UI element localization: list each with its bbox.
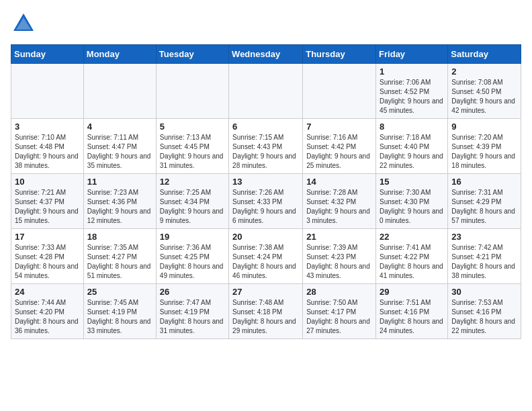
calendar-cell: 8Sunrise: 7:18 AMSunset: 4:40 PMDaylight… <box>376 119 448 174</box>
day-info-line: Sunrise: 7:47 AM <box>160 299 211 306</box>
day-number: 6 <box>232 122 299 132</box>
day-info-line: Sunset: 4:47 PM <box>87 143 137 150</box>
day-info-line: Sunrise: 7:42 AM <box>451 244 502 251</box>
calendar-cell <box>156 64 228 119</box>
calendar-cell: 3Sunrise: 7:10 AMSunset: 4:48 PMDaylight… <box>11 119 84 174</box>
day-info-line: Sunset: 4:17 PM <box>306 308 356 316</box>
day-info-line: Sunset: 4:18 PM <box>232 308 282 316</box>
day-info-line: Sunset: 4:36 PM <box>87 198 137 205</box>
logo-icon <box>11 11 36 36</box>
day-info: Sunrise: 7:42 AMSunset: 4:21 PMDaylight:… <box>451 243 517 281</box>
day-info-line: Daylight: 9 hours and 28 minutes. <box>232 152 296 169</box>
day-info-line: Sunset: 4:42 PM <box>306 143 356 150</box>
day-number: 8 <box>380 122 444 132</box>
day-info-line: Daylight: 9 hours and 22 minutes. <box>380 152 443 169</box>
day-info-line: Sunset: 4:52 PM <box>380 88 429 95</box>
day-info: Sunrise: 7:20 AMSunset: 4:39 PMDaylight:… <box>451 133 517 171</box>
day-info-line: Sunset: 4:48 PM <box>15 143 64 150</box>
calendar-cell: 27Sunrise: 7:48 AMSunset: 4:18 PMDayligh… <box>229 284 303 339</box>
calendar-cell: 22Sunrise: 7:41 AMSunset: 4:22 PMDayligh… <box>376 229 448 284</box>
day-info-line: Sunset: 4:24 PM <box>232 253 282 261</box>
day-number: 22 <box>380 232 444 242</box>
day-info: Sunrise: 7:21 AMSunset: 4:37 PMDaylight:… <box>15 188 80 226</box>
day-info: Sunrise: 7:44 AMSunset: 4:20 PMDaylight:… <box>15 298 80 336</box>
day-info: Sunrise: 7:31 AMSunset: 4:29 PMDaylight:… <box>451 188 517 226</box>
day-info-line: Daylight: 9 hours and 42 minutes. <box>451 97 515 114</box>
calendar-cell: 13Sunrise: 7:26 AMSunset: 4:33 PMDayligh… <box>229 174 303 229</box>
day-info-line: Sunset: 4:20 PM <box>15 308 64 316</box>
calendar-cell: 6Sunrise: 7:15 AMSunset: 4:43 PMDaylight… <box>229 119 303 174</box>
day-info-line: Daylight: 8 hours and 57 minutes. <box>451 208 515 224</box>
day-info: Sunrise: 7:26 AMSunset: 4:33 PMDaylight:… <box>232 188 299 226</box>
calendar-cell: 4Sunrise: 7:11 AMSunset: 4:47 PMDaylight… <box>83 119 156 174</box>
calendar-cell: 14Sunrise: 7:28 AMSunset: 4:32 PMDayligh… <box>303 174 376 229</box>
calendar-cell: 12Sunrise: 7:25 AMSunset: 4:34 PMDayligh… <box>156 174 228 229</box>
day-info-line: Daylight: 8 hours and 51 minutes. <box>87 263 151 279</box>
day-info-line: Daylight: 9 hours and 31 minutes. <box>160 152 224 169</box>
weekday-header-monday: Monday <box>83 45 156 64</box>
weekday-header-thursday: Thursday <box>303 45 376 64</box>
calendar-week-1: 1Sunrise: 7:06 AMSunset: 4:52 PMDaylight… <box>11 64 521 119</box>
day-info-line: Sunset: 4:45 PM <box>160 143 210 150</box>
day-number: 26 <box>160 287 225 297</box>
calendar-cell: 15Sunrise: 7:30 AMSunset: 4:30 PMDayligh… <box>376 174 448 229</box>
day-info-line: Daylight: 8 hours and 46 minutes. <box>232 263 296 279</box>
day-info-line: Daylight: 9 hours and 35 minutes. <box>87 152 151 169</box>
day-info-line: Daylight: 8 hours and 43 minutes. <box>306 263 370 279</box>
day-info-line: Sunrise: 7:51 AM <box>380 299 431 306</box>
day-info: Sunrise: 7:30 AMSunset: 4:30 PMDaylight:… <box>380 188 444 226</box>
day-info: Sunrise: 7:39 AMSunset: 4:23 PMDaylight:… <box>306 243 372 281</box>
weekday-header-tuesday: Tuesday <box>156 45 228 64</box>
day-number: 17 <box>15 232 80 242</box>
day-info-line: Daylight: 8 hours and 22 minutes. <box>451 318 515 334</box>
day-info-line: Sunrise: 7:45 AM <box>87 299 138 306</box>
calendar-cell: 23Sunrise: 7:42 AMSunset: 4:21 PMDayligh… <box>448 229 521 284</box>
day-info: Sunrise: 7:13 AMSunset: 4:45 PMDaylight:… <box>160 133 225 171</box>
day-info: Sunrise: 7:36 AMSunset: 4:25 PMDaylight:… <box>160 243 225 281</box>
day-info-line: Sunrise: 7:26 AM <box>232 189 283 196</box>
weekday-header-saturday: Saturday <box>448 45 521 64</box>
calendar-cell: 30Sunrise: 7:53 AMSunset: 4:16 PMDayligh… <box>448 284 521 339</box>
calendar-body: 1Sunrise: 7:06 AMSunset: 4:52 PMDaylight… <box>11 64 521 339</box>
day-info-line: Sunrise: 7:10 AM <box>15 134 66 141</box>
calendar-cell: 25Sunrise: 7:45 AMSunset: 4:19 PMDayligh… <box>83 284 156 339</box>
calendar-week-4: 17Sunrise: 7:33 AMSunset: 4:28 PMDayligh… <box>11 229 521 284</box>
day-info-line: Daylight: 8 hours and 49 minutes. <box>160 263 224 279</box>
weekday-row: SundayMondayTuesdayWednesdayThursdayFrid… <box>11 45 521 64</box>
day-info: Sunrise: 7:16 AMSunset: 4:42 PMDaylight:… <box>306 133 372 171</box>
day-info-line: Sunset: 4:16 PM <box>451 308 501 316</box>
day-number: 30 <box>451 287 517 297</box>
calendar-cell: 24Sunrise: 7:44 AMSunset: 4:20 PMDayligh… <box>11 284 84 339</box>
day-number: 14 <box>306 177 372 187</box>
day-info: Sunrise: 7:25 AMSunset: 4:34 PMDaylight:… <box>160 188 225 226</box>
day-info-line: Daylight: 8 hours and 24 minutes. <box>380 318 443 334</box>
day-number: 24 <box>15 287 80 297</box>
calendar-cell: 10Sunrise: 7:21 AMSunset: 4:37 PMDayligh… <box>11 174 84 229</box>
calendar-cell: 16Sunrise: 7:31 AMSunset: 4:29 PMDayligh… <box>448 174 521 229</box>
day-number: 12 <box>160 177 225 187</box>
day-number: 20 <box>232 232 299 242</box>
day-info-line: Sunrise: 7:53 AM <box>451 299 502 306</box>
day-info-line: Sunrise: 7:28 AM <box>306 189 357 196</box>
calendar-cell: 18Sunrise: 7:35 AMSunset: 4:27 PMDayligh… <box>83 229 156 284</box>
day-info-line: Sunset: 4:37 PM <box>15 198 64 205</box>
day-number: 11 <box>87 177 152 187</box>
day-info-line: Sunrise: 7:16 AM <box>306 134 357 141</box>
calendar-cell: 29Sunrise: 7:51 AMSunset: 4:16 PMDayligh… <box>376 284 448 339</box>
day-info-line: Sunrise: 7:38 AM <box>232 244 283 251</box>
calendar-cell: 11Sunrise: 7:23 AMSunset: 4:36 PMDayligh… <box>83 174 156 229</box>
day-info: Sunrise: 7:51 AMSunset: 4:16 PMDaylight:… <box>380 298 444 336</box>
day-info-line: Sunrise: 7:41 AM <box>380 244 431 251</box>
day-info-line: Sunrise: 7:50 AM <box>306 299 357 306</box>
day-info: Sunrise: 7:10 AMSunset: 4:48 PMDaylight:… <box>15 133 80 171</box>
day-info: Sunrise: 7:35 AMSunset: 4:27 PMDaylight:… <box>87 243 152 281</box>
day-info-line: Sunrise: 7:11 AM <box>87 134 138 141</box>
day-info: Sunrise: 7:41 AMSunset: 4:22 PMDaylight:… <box>380 243 444 281</box>
day-number: 23 <box>451 232 517 242</box>
calendar-week-3: 10Sunrise: 7:21 AMSunset: 4:37 PMDayligh… <box>11 174 521 229</box>
day-info-line: Sunset: 4:25 PM <box>160 253 210 261</box>
day-info: Sunrise: 7:48 AMSunset: 4:18 PMDaylight:… <box>232 298 299 336</box>
day-info-line: Sunrise: 7:08 AM <box>451 79 502 86</box>
day-number: 5 <box>160 122 225 132</box>
day-info-line: Daylight: 8 hours and 31 minutes. <box>160 318 224 334</box>
